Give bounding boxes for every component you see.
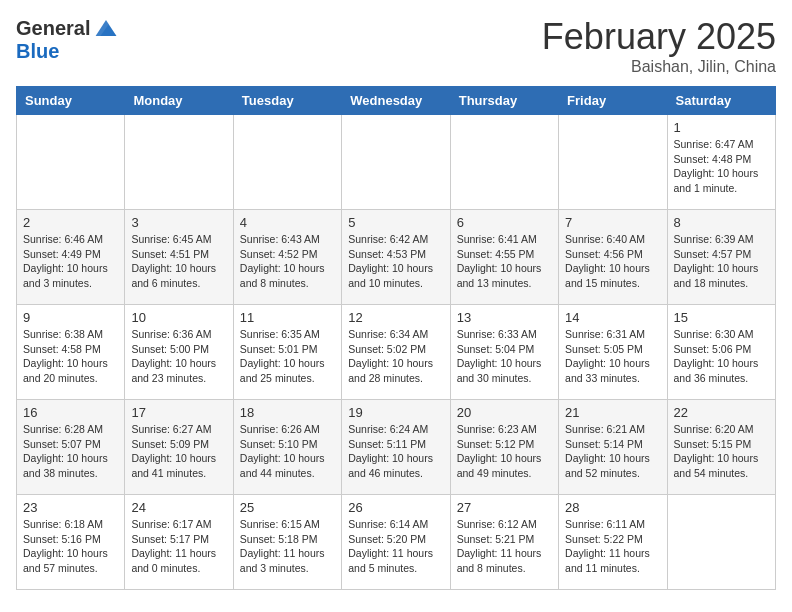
day-number: 15 xyxy=(674,310,769,325)
day-cell xyxy=(450,115,558,210)
day-info: Sunrise: 6:20 AM Sunset: 5:15 PM Dayligh… xyxy=(674,422,769,481)
day-cell: 15Sunrise: 6:30 AM Sunset: 5:06 PM Dayli… xyxy=(667,305,775,400)
week-row-4: 16Sunrise: 6:28 AM Sunset: 5:07 PM Dayli… xyxy=(17,400,776,495)
day-cell xyxy=(667,495,775,590)
day-cell: 24Sunrise: 6:17 AM Sunset: 5:17 PM Dayli… xyxy=(125,495,233,590)
day-number: 2 xyxy=(23,215,118,230)
day-cell: 8Sunrise: 6:39 AM Sunset: 4:57 PM Daylig… xyxy=(667,210,775,305)
day-cell xyxy=(233,115,341,210)
day-info: Sunrise: 6:46 AM Sunset: 4:49 PM Dayligh… xyxy=(23,232,118,291)
day-info: Sunrise: 6:43 AM Sunset: 4:52 PM Dayligh… xyxy=(240,232,335,291)
day-cell: 5Sunrise: 6:42 AM Sunset: 4:53 PM Daylig… xyxy=(342,210,450,305)
day-number: 19 xyxy=(348,405,443,420)
day-cell: 4Sunrise: 6:43 AM Sunset: 4:52 PM Daylig… xyxy=(233,210,341,305)
day-info: Sunrise: 6:26 AM Sunset: 5:10 PM Dayligh… xyxy=(240,422,335,481)
day-info: Sunrise: 6:31 AM Sunset: 5:05 PM Dayligh… xyxy=(565,327,660,386)
day-number: 20 xyxy=(457,405,552,420)
month-title: February 2025 xyxy=(542,16,776,58)
day-cell: 9Sunrise: 6:38 AM Sunset: 4:58 PM Daylig… xyxy=(17,305,125,400)
day-number: 3 xyxy=(131,215,226,230)
day-cell: 13Sunrise: 6:33 AM Sunset: 5:04 PM Dayli… xyxy=(450,305,558,400)
logo-blue-text: Blue xyxy=(16,40,59,63)
page-header: General Blue February 2025 Baishan, Jili… xyxy=(16,16,776,76)
day-info: Sunrise: 6:18 AM Sunset: 5:16 PM Dayligh… xyxy=(23,517,118,576)
day-info: Sunrise: 6:42 AM Sunset: 4:53 PM Dayligh… xyxy=(348,232,443,291)
day-cell: 26Sunrise: 6:14 AM Sunset: 5:20 PM Dayli… xyxy=(342,495,450,590)
day-number: 11 xyxy=(240,310,335,325)
day-info: Sunrise: 6:15 AM Sunset: 5:18 PM Dayligh… xyxy=(240,517,335,576)
day-number: 5 xyxy=(348,215,443,230)
day-number: 23 xyxy=(23,500,118,515)
day-cell: 10Sunrise: 6:36 AM Sunset: 5:00 PM Dayli… xyxy=(125,305,233,400)
day-number: 21 xyxy=(565,405,660,420)
day-number: 9 xyxy=(23,310,118,325)
day-cell: 14Sunrise: 6:31 AM Sunset: 5:05 PM Dayli… xyxy=(559,305,667,400)
day-number: 28 xyxy=(565,500,660,515)
day-info: Sunrise: 6:34 AM Sunset: 5:02 PM Dayligh… xyxy=(348,327,443,386)
day-cell: 22Sunrise: 6:20 AM Sunset: 5:15 PM Dayli… xyxy=(667,400,775,495)
day-cell: 23Sunrise: 6:18 AM Sunset: 5:16 PM Dayli… xyxy=(17,495,125,590)
location-text: Baishan, Jilin, China xyxy=(542,58,776,76)
day-info: Sunrise: 6:17 AM Sunset: 5:17 PM Dayligh… xyxy=(131,517,226,576)
day-cell: 27Sunrise: 6:12 AM Sunset: 5:21 PM Dayli… xyxy=(450,495,558,590)
day-info: Sunrise: 6:33 AM Sunset: 5:04 PM Dayligh… xyxy=(457,327,552,386)
day-number: 13 xyxy=(457,310,552,325)
day-info: Sunrise: 6:36 AM Sunset: 5:00 PM Dayligh… xyxy=(131,327,226,386)
logo-icon xyxy=(94,16,118,40)
week-row-3: 9Sunrise: 6:38 AM Sunset: 4:58 PM Daylig… xyxy=(17,305,776,400)
day-info: Sunrise: 6:45 AM Sunset: 4:51 PM Dayligh… xyxy=(131,232,226,291)
day-info: Sunrise: 6:21 AM Sunset: 5:14 PM Dayligh… xyxy=(565,422,660,481)
weekday-header-thursday: Thursday xyxy=(450,87,558,115)
day-cell: 12Sunrise: 6:34 AM Sunset: 5:02 PM Dayli… xyxy=(342,305,450,400)
day-cell xyxy=(342,115,450,210)
day-number: 6 xyxy=(457,215,552,230)
day-cell: 28Sunrise: 6:11 AM Sunset: 5:22 PM Dayli… xyxy=(559,495,667,590)
day-number: 1 xyxy=(674,120,769,135)
week-row-1: 1Sunrise: 6:47 AM Sunset: 4:48 PM Daylig… xyxy=(17,115,776,210)
day-cell: 17Sunrise: 6:27 AM Sunset: 5:09 PM Dayli… xyxy=(125,400,233,495)
day-number: 12 xyxy=(348,310,443,325)
day-cell: 21Sunrise: 6:21 AM Sunset: 5:14 PM Dayli… xyxy=(559,400,667,495)
week-row-5: 23Sunrise: 6:18 AM Sunset: 5:16 PM Dayli… xyxy=(17,495,776,590)
day-cell xyxy=(125,115,233,210)
day-number: 26 xyxy=(348,500,443,515)
day-number: 27 xyxy=(457,500,552,515)
day-info: Sunrise: 6:12 AM Sunset: 5:21 PM Dayligh… xyxy=(457,517,552,576)
weekday-header-monday: Monday xyxy=(125,87,233,115)
weekday-header-row: SundayMondayTuesdayWednesdayThursdayFrid… xyxy=(17,87,776,115)
day-cell: 20Sunrise: 6:23 AM Sunset: 5:12 PM Dayli… xyxy=(450,400,558,495)
weekday-header-friday: Friday xyxy=(559,87,667,115)
day-number: 25 xyxy=(240,500,335,515)
day-number: 18 xyxy=(240,405,335,420)
day-info: Sunrise: 6:41 AM Sunset: 4:55 PM Dayligh… xyxy=(457,232,552,291)
day-number: 10 xyxy=(131,310,226,325)
logo-general-text: General xyxy=(16,17,90,40)
day-cell: 7Sunrise: 6:40 AM Sunset: 4:56 PM Daylig… xyxy=(559,210,667,305)
day-cell: 16Sunrise: 6:28 AM Sunset: 5:07 PM Dayli… xyxy=(17,400,125,495)
day-info: Sunrise: 6:23 AM Sunset: 5:12 PM Dayligh… xyxy=(457,422,552,481)
day-info: Sunrise: 6:27 AM Sunset: 5:09 PM Dayligh… xyxy=(131,422,226,481)
day-number: 4 xyxy=(240,215,335,230)
day-info: Sunrise: 6:24 AM Sunset: 5:11 PM Dayligh… xyxy=(348,422,443,481)
weekday-header-saturday: Saturday xyxy=(667,87,775,115)
day-cell xyxy=(559,115,667,210)
day-cell: 6Sunrise: 6:41 AM Sunset: 4:55 PM Daylig… xyxy=(450,210,558,305)
day-cell: 11Sunrise: 6:35 AM Sunset: 5:01 PM Dayli… xyxy=(233,305,341,400)
weekday-header-wednesday: Wednesday xyxy=(342,87,450,115)
day-info: Sunrise: 6:28 AM Sunset: 5:07 PM Dayligh… xyxy=(23,422,118,481)
day-number: 7 xyxy=(565,215,660,230)
day-number: 8 xyxy=(674,215,769,230)
day-info: Sunrise: 6:35 AM Sunset: 5:01 PM Dayligh… xyxy=(240,327,335,386)
day-info: Sunrise: 6:47 AM Sunset: 4:48 PM Dayligh… xyxy=(674,137,769,196)
weekday-header-tuesday: Tuesday xyxy=(233,87,341,115)
day-cell: 1Sunrise: 6:47 AM Sunset: 4:48 PM Daylig… xyxy=(667,115,775,210)
day-info: Sunrise: 6:39 AM Sunset: 4:57 PM Dayligh… xyxy=(674,232,769,291)
title-block: February 2025 Baishan, Jilin, China xyxy=(542,16,776,76)
week-row-2: 2Sunrise: 6:46 AM Sunset: 4:49 PM Daylig… xyxy=(17,210,776,305)
day-info: Sunrise: 6:38 AM Sunset: 4:58 PM Dayligh… xyxy=(23,327,118,386)
day-cell: 3Sunrise: 6:45 AM Sunset: 4:51 PM Daylig… xyxy=(125,210,233,305)
day-info: Sunrise: 6:14 AM Sunset: 5:20 PM Dayligh… xyxy=(348,517,443,576)
day-info: Sunrise: 6:40 AM Sunset: 4:56 PM Dayligh… xyxy=(565,232,660,291)
day-number: 24 xyxy=(131,500,226,515)
logo: General Blue xyxy=(16,16,118,63)
